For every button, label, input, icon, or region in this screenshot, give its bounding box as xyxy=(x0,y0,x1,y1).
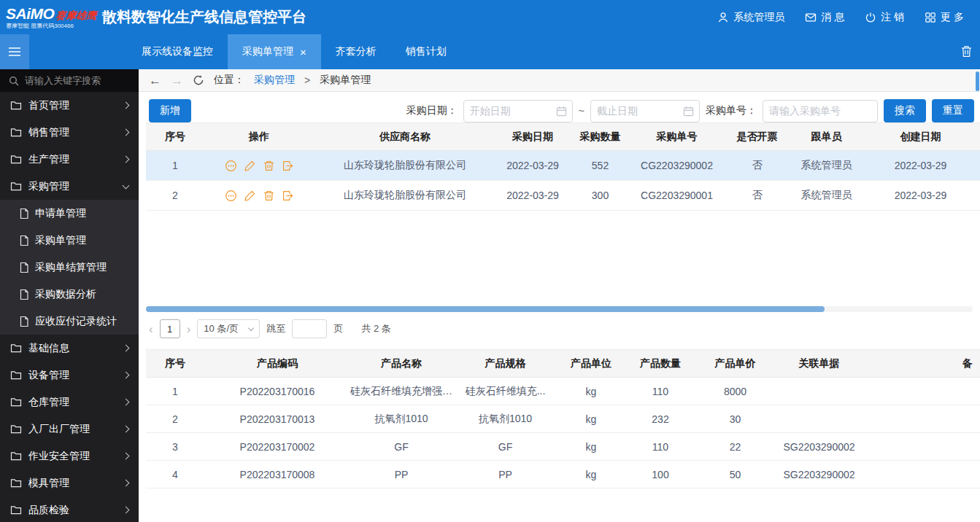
more-icon[interactable] xyxy=(225,190,237,202)
sidebar-subitem-purchase-order[interactable]: 采购单管理 xyxy=(0,227,139,254)
tab-label: 销售计划 xyxy=(406,45,447,58)
sidebar-item-home[interactable]: 首页管理 xyxy=(0,92,139,119)
sidebar-subitem-purchase-analysis[interactable]: 采购数据分析 xyxy=(0,281,139,308)
reset-button[interactable]: 重置 xyxy=(932,99,974,122)
sidebar-subitem-receivable-payable-stats[interactable]: 应收应付记录统计 xyxy=(0,308,139,335)
folder-icon xyxy=(10,343,22,354)
sidebar-subitem-label: 采购单结算管理 xyxy=(35,261,107,274)
sidebar-subitem-purchase-settlement[interactable]: 采购单结算管理 xyxy=(0,254,139,281)
user-menu[interactable]: 系统管理员 xyxy=(717,11,784,24)
sidebar-item-quality-inspection[interactable]: 品质检验 xyxy=(0,496,139,522)
horizontal-scrollbar[interactable] xyxy=(146,306,973,312)
document-icon xyxy=(19,235,29,246)
vertical-scrollbar[interactable] xyxy=(976,71,979,91)
search-button[interactable]: 搜索 xyxy=(884,99,926,122)
sidebar-collapse-button[interactable] xyxy=(0,34,29,69)
breadcrumb-parent-link[interactable]: 采购管理 xyxy=(254,74,295,87)
refresh-icon[interactable] xyxy=(193,74,204,86)
document-icon xyxy=(19,316,29,327)
cell-product-qty: 110 xyxy=(624,378,697,405)
more-button[interactable]: 更 多 xyxy=(925,11,964,24)
table-row[interactable]: 1 P202203170016 硅灰石纤维填充增强PP 硅灰石纤维填充... k… xyxy=(146,378,980,405)
chevron-down-icon xyxy=(123,182,130,189)
user-icon xyxy=(717,12,729,23)
sidebar-item-production[interactable]: 生产管理 xyxy=(0,146,139,173)
tab-display-line-monitoring[interactable]: 展示线设备监控 xyxy=(127,34,228,69)
sidebar-item-basic-info[interactable]: 基础信息 xyxy=(0,335,139,362)
products-table-zone: 序号 产品编码 产品名称 产品规格 产品单位 产品数量 产品单价 关联单据 备 … xyxy=(139,349,980,488)
table-row[interactable]: 4 P202203170008 PP PP kg 100 50 SG220329… xyxy=(146,461,980,488)
logout-label: 注 销 xyxy=(881,11,904,24)
tab-kitting-analysis[interactable]: 齐套分析 xyxy=(321,34,391,69)
delete-icon[interactable] xyxy=(263,190,275,202)
more-icon[interactable] xyxy=(225,160,237,172)
sidebar-item-equipment[interactable]: 设备管理 xyxy=(0,362,139,389)
table-row[interactable]: 2 P202203170013 抗氧剂1010 抗氧剂1010 kg 232 3… xyxy=(146,405,980,433)
table-row[interactable]: 2 山东玲珑轮胎股份有限公司 2022-03-29 300 xyxy=(146,181,980,211)
cell-product-code: P202203170008 xyxy=(204,461,350,488)
tab-strip: 展示线设备监控 采购单管理 × 齐套分析 销售计划 xyxy=(127,34,461,69)
sidebar-subitem-apply-order[interactable]: 申请单管理 xyxy=(0,200,139,227)
logout-icon xyxy=(865,12,876,23)
sidebar-item-sales[interactable]: 销售管理 xyxy=(0,119,139,146)
column-header-purchase-date: 采购日期 xyxy=(496,123,569,151)
end-date-input[interactable] xyxy=(590,100,700,122)
chevron-right-icon xyxy=(123,480,130,487)
order-no-input[interactable] xyxy=(763,100,878,122)
messages-label: 消 息 xyxy=(821,11,844,24)
sidebar-item-warehouse[interactable]: 仓库管理 xyxy=(0,389,139,416)
sidebar-search[interactable] xyxy=(0,69,139,92)
next-page-button[interactable]: › xyxy=(187,323,191,335)
add-button[interactable]: 新增 xyxy=(149,99,191,122)
scrollbar-thumb[interactable] xyxy=(146,306,825,312)
chevron-right-icon xyxy=(123,426,130,433)
tab-sales-plan[interactable]: 销售计划 xyxy=(391,34,461,69)
cell-order-no: CG2203290002 xyxy=(631,151,722,181)
cell-product-name: GF xyxy=(350,433,452,461)
chevron-right-icon xyxy=(123,507,130,514)
sidebar-item-entry-exit[interactable]: 入厂出厂管理 xyxy=(0,416,139,443)
sidebar-item-label: 首页管理 xyxy=(28,99,69,112)
sidebar-item-mold[interactable]: 模具管理 xyxy=(0,470,139,496)
edit-icon[interactable] xyxy=(244,190,256,202)
cell-actions xyxy=(204,151,314,181)
delete-icon[interactable] xyxy=(263,160,275,172)
cell-remark xyxy=(865,405,980,433)
export-icon[interactable] xyxy=(282,190,294,202)
export-icon[interactable] xyxy=(282,160,294,172)
cell-purchase-date: 2022-03-29 xyxy=(496,151,569,181)
sidebar-item-work-safety[interactable]: 作业安全管理 xyxy=(0,443,139,470)
back-icon[interactable]: ← xyxy=(149,74,161,87)
edit-icon[interactable] xyxy=(244,160,256,172)
close-icon[interactable]: × xyxy=(300,47,306,58)
messages-button[interactable]: 消 息 xyxy=(805,11,844,24)
chevron-right-icon xyxy=(123,372,130,379)
clear-tabs-button[interactable] xyxy=(961,45,972,58)
folder-icon xyxy=(10,100,22,111)
page-size-select[interactable]: 10 条/页 xyxy=(197,319,260,338)
cell-order-no: CG2203290001 xyxy=(631,181,722,211)
table-row[interactable]: 3 P202203170002 GF GF kg 110 22 SG220329… xyxy=(146,433,980,461)
cell-product-code: P202203170002 xyxy=(204,433,350,461)
sidebar-item-label: 生产管理 xyxy=(28,153,69,166)
cell-product-unit: kg xyxy=(558,378,624,405)
logout-button[interactable]: 注 销 xyxy=(865,11,904,24)
sidebar-item-purchase[interactable]: 采购管理 xyxy=(0,173,139,200)
page-number-button[interactable]: 1 xyxy=(160,319,180,338)
jump-page-input[interactable] xyxy=(292,319,327,338)
column-header-product-unit: 产品单位 xyxy=(558,350,624,378)
cell-product-price: 50 xyxy=(697,461,773,488)
tab-purchase-order-management[interactable]: 采购单管理 × xyxy=(228,34,321,69)
orders-table-header-row: 序号 操作 供应商名称 采购日期 采购数量 采购单号 是否开票 跟单员 创建日期 xyxy=(146,123,980,151)
forward-icon[interactable]: → xyxy=(171,74,183,87)
end-date-field xyxy=(590,100,700,122)
tab-label: 采购单管理 xyxy=(242,45,293,58)
cell-product-price: 30 xyxy=(697,405,773,433)
cell-product-unit: kg xyxy=(558,461,624,488)
date-range-label: 采购日期： xyxy=(406,104,458,117)
table-row[interactable]: 1 山东玲珑轮胎股份有限公司 2022-03-29 552 xyxy=(146,151,980,181)
sidebar-search-input[interactable] xyxy=(25,75,139,86)
chevron-right-icon xyxy=(123,156,130,163)
prev-page-button[interactable]: ‹ xyxy=(149,323,153,335)
start-date-input[interactable] xyxy=(463,100,573,122)
